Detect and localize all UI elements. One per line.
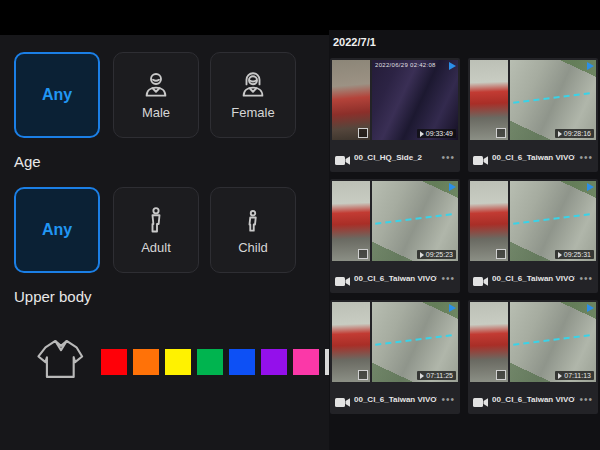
card-footer: 00_CI_HQ_Side_2 ••• — [330, 142, 460, 172]
track-icon — [587, 304, 594, 312]
more-options-icon[interactable]: ••• — [579, 152, 593, 163]
person-thumb[interactable] — [332, 181, 370, 261]
age-child-button[interactable]: Child — [210, 187, 296, 273]
burned-timestamp: 2022/06/29 02:42:08 — [375, 62, 436, 68]
more-options-icon[interactable]: ••• — [441, 394, 455, 405]
event-time: 09:33:49 — [426, 130, 453, 137]
track-icon — [449, 183, 456, 191]
scene-thumb[interactable]: 07:11:13 — [510, 302, 596, 382]
color-swatch-purple[interactable] — [261, 349, 287, 375]
gender-female-button[interactable]: Female — [210, 52, 296, 138]
color-swatch-orange[interactable] — [133, 349, 159, 375]
time-chip: 07:11:25 — [417, 371, 456, 380]
more-options-icon[interactable]: ••• — [441, 273, 455, 284]
child-icon — [238, 205, 268, 235]
play-icon — [558, 131, 562, 137]
event-time: 07:11:13 — [564, 372, 591, 379]
result-card[interactable]: 09:25:23 00_CI_6_Taiwan VIVOTEK HQ_6F ••… — [330, 179, 460, 293]
results-panel: 2022/7/1 2022/06/29 02:42:08 09:33:49 00… — [329, 30, 600, 450]
person-thumb[interactable] — [332, 60, 370, 140]
shirt-icon — [30, 329, 92, 391]
person-thumb[interactable] — [470, 181, 508, 261]
video-camera-icon — [335, 273, 350, 284]
result-card[interactable]: 09:28:16 00_CI_6_Taiwan VIVOTEK HQ_6F ••… — [468, 58, 598, 172]
more-options-icon[interactable]: ••• — [579, 273, 593, 284]
camera-name: 00_CI_6_Taiwan VIVOTEK HQ_6F — [354, 395, 437, 404]
camera-name: 00_CI_6_Taiwan VIVOTEK HQ_6F — [492, 395, 575, 404]
crop-badge-icon — [358, 370, 368, 380]
play-icon — [420, 252, 424, 258]
scene-thumb[interactable]: 07:11:25 — [372, 302, 458, 382]
result-thumbnails: 09:28:16 — [468, 58, 598, 142]
track-icon — [587, 62, 594, 70]
card-footer: 00_CI_6_Taiwan VIVOTEK HQ_6F ••• — [330, 384, 460, 414]
upper-body-section-label: Upper body — [14, 288, 92, 305]
color-swatch-red[interactable] — [101, 349, 127, 375]
result-thumbnails: 07:11:25 — [330, 300, 460, 384]
color-swatch-green[interactable] — [197, 349, 223, 375]
card-footer: 00_CI_6_Taiwan VIVOTEK HQ_6F ••• — [468, 263, 598, 293]
result-card[interactable]: 07:11:25 00_CI_6_Taiwan VIVOTEK HQ_6F ••… — [330, 300, 460, 414]
result-card[interactable]: 2022/06/29 02:42:08 09:33:49 00_CI_HQ_Si… — [330, 58, 460, 172]
play-icon — [420, 131, 424, 137]
track-icon — [587, 183, 594, 191]
video-camera-icon — [335, 152, 350, 163]
person-thumb[interactable] — [332, 302, 370, 382]
age-adult-button[interactable]: Adult — [113, 187, 199, 273]
video-camera-icon — [335, 394, 350, 405]
crop-badge-icon — [358, 128, 368, 138]
person-thumb[interactable] — [470, 302, 508, 382]
age-any-label: Any — [42, 221, 72, 239]
male-icon — [141, 70, 171, 100]
card-footer: 00_CI_6_Taiwan VIVOTEK HQ_6F ••• — [330, 263, 460, 293]
track-icon — [449, 62, 456, 70]
more-options-icon[interactable]: ••• — [579, 394, 593, 405]
upper-body-color-row — [101, 349, 329, 375]
crop-badge-icon — [358, 249, 368, 259]
play-icon — [420, 373, 424, 379]
play-icon — [558, 252, 562, 258]
event-time: 09:25:23 — [426, 251, 453, 258]
color-swatch-yellow[interactable] — [165, 349, 191, 375]
scene-thumb[interactable]: 09:28:16 — [510, 60, 596, 140]
results-date-header: 2022/7/1 — [333, 36, 376, 48]
gender-any-label: Any — [42, 86, 72, 104]
female-icon — [238, 70, 268, 100]
color-swatch-blue[interactable] — [229, 349, 255, 375]
age-child-label: Child — [238, 240, 268, 255]
play-icon — [558, 373, 562, 379]
scene-thumb[interactable]: 09:25:23 — [372, 181, 458, 261]
gender-female-label: Female — [231, 105, 274, 120]
gender-male-label: Male — [142, 105, 170, 120]
color-swatch-pink[interactable] — [293, 349, 319, 375]
video-camera-icon — [473, 394, 488, 405]
video-camera-icon — [473, 273, 488, 284]
result-card[interactable]: 09:25:31 00_CI_6_Taiwan VIVOTEK HQ_6F ••… — [468, 179, 598, 293]
result-thumbnails: 09:25:23 — [330, 179, 460, 263]
result-thumbnails: 09:25:31 — [468, 179, 598, 263]
results-grid: 2022/06/29 02:42:08 09:33:49 00_CI_HQ_Si… — [330, 58, 598, 414]
scene-thumb[interactable]: 2022/06/29 02:42:08 09:33:49 — [372, 60, 458, 140]
gender-any-button[interactable]: Any — [14, 52, 100, 138]
age-any-button[interactable]: Any — [14, 187, 100, 273]
age-section-label: Age — [14, 153, 41, 170]
time-chip: 09:28:16 — [555, 129, 594, 138]
event-time: 09:25:31 — [564, 251, 591, 258]
camera-name: 00_CI_6_Taiwan VIVOTEK HQ_6F — [492, 274, 575, 283]
time-chip: 09:25:23 — [417, 250, 456, 259]
event-time: 07:11:25 — [426, 372, 453, 379]
time-chip: 09:33:49 — [417, 129, 456, 138]
person-thumb[interactable] — [470, 60, 508, 140]
crop-badge-icon — [496, 370, 506, 380]
result-thumbnails: 07:11:13 — [468, 300, 598, 384]
camera-name: 00_CI_HQ_Side_2 — [354, 153, 437, 162]
scene-thumb[interactable]: 09:25:31 — [510, 181, 596, 261]
gender-male-button[interactable]: Male — [113, 52, 199, 138]
camera-name: 00_CI_6_Taiwan VIVOTEK HQ_6F — [354, 274, 437, 283]
filter-panel: Any Male Female Age Any Adult Child Uppe… — [0, 35, 329, 450]
crop-badge-icon — [496, 128, 506, 138]
crop-badge-icon — [496, 249, 506, 259]
more-options-icon[interactable]: ••• — [441, 152, 455, 163]
result-card[interactable]: 07:11:13 00_CI_6_Taiwan VIVOTEK HQ_6F ••… — [468, 300, 598, 414]
track-icon — [449, 304, 456, 312]
